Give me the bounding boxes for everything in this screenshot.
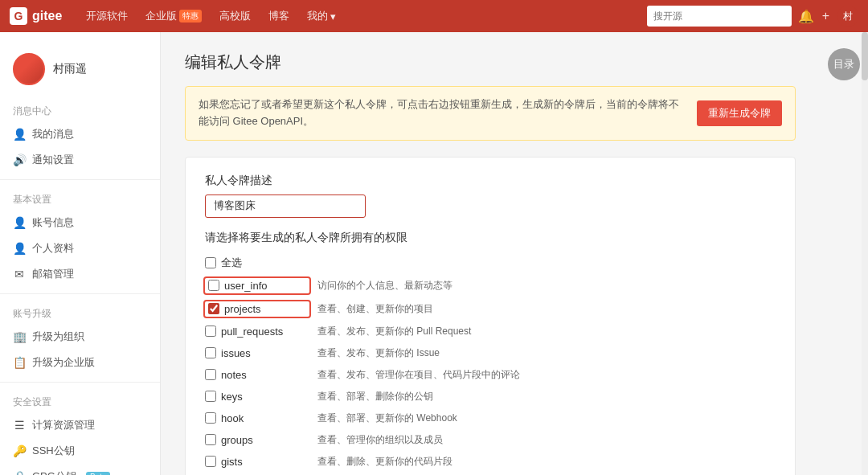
nav-mine[interactable]: 我的 ▾ <box>299 6 344 27</box>
perm-name-projects: projects <box>224 303 261 315</box>
notification-icon[interactable]: 🔔 <box>798 9 814 24</box>
add-icon[interactable]: + <box>822 9 829 23</box>
sidebar-item-upgrade-enterprise[interactable]: 📋 升级为企业版 <box>0 350 160 375</box>
token-desc-label: 私人令牌描述 <box>205 174 776 188</box>
perm-desc-keys: 查看、部署、删除你的公钥 <box>317 390 433 403</box>
perm-desc-hook: 查看、部署、更新你的 Webhook <box>317 412 457 425</box>
toc-button[interactable]: 目录 <box>828 48 860 80</box>
perm-label-issues[interactable]: issues <box>205 347 309 359</box>
sidebar-item-profile[interactable]: 👤 个人资料 <box>0 235 160 261</box>
scrollbar-thumb[interactable] <box>862 32 868 80</box>
nav-opensource[interactable]: 开源软件 <box>78 6 136 27</box>
org-icon: 🏢 <box>13 330 26 343</box>
perm-item-all: 全选 <box>205 253 776 272</box>
perm-name-gists: gists <box>221 456 243 468</box>
scrollbar-track <box>862 32 868 475</box>
regenerate-token-button[interactable]: 重新生成令牌 <box>697 100 782 126</box>
sidebar-item-my-messages[interactable]: 👤 我的消息 <box>0 121 160 147</box>
profile-icon: 👤 <box>13 242 26 255</box>
perm-checkbox-all[interactable] <box>205 257 216 268</box>
perm-label-keys[interactable]: keys <box>205 391 309 403</box>
sidebar-item-gpg[interactable]: 🔒 GPG公钥 Beta <box>0 464 160 475</box>
perm-label-projects[interactable]: projects <box>205 301 309 317</box>
sidebar-user: 村雨遥 <box>0 45 160 98</box>
section-title-upgrade: 账号升级 <box>0 301 160 324</box>
account-icon: 👤 <box>13 216 26 229</box>
perm-item-gists: gists 查看、删除、更新你的代码片段 <box>205 452 776 471</box>
right-panel: 目录 ? ⤢ <box>820 32 868 475</box>
top-nav: G gitee 开源软件 企业版 特惠 高校版 博客 我的 ▾ 🔔 + 村 <box>0 0 868 32</box>
perm-label-pull-requests[interactable]: pull_requests <box>205 326 309 338</box>
perm-label-user-info[interactable]: user_info <box>205 278 309 293</box>
perm-desc-notes: 查看、发布、管理你在项目、代码片段中的评论 <box>317 368 520 382</box>
perm-label-hook[interactable]: hook <box>205 412 309 424</box>
logo[interactable]: G gitee <box>10 7 62 25</box>
perm-checkbox-notes[interactable] <box>205 369 216 380</box>
perm-item-hook: hook 查看、部署、更新你的 Webhook <box>205 409 776 428</box>
perm-label-all[interactable]: 全选 <box>205 256 309 270</box>
perm-name-hook: hook <box>221 412 244 424</box>
sidebar-label-account-info: 账号信息 <box>32 215 74 230</box>
notification-settings-icon: 🔊 <box>13 154 26 166</box>
perm-checkbox-hook[interactable] <box>205 412 216 424</box>
sidebar-item-compute[interactable]: ☰ 计算资源管理 <box>0 412 160 438</box>
sidebar-item-account-info[interactable]: 👤 账号信息 <box>0 210 160 235</box>
perm-checkbox-user-info[interactable] <box>208 280 219 291</box>
sidebar-username: 村雨遥 <box>53 62 87 76</box>
perm-name-user-info: user_info <box>224 280 267 292</box>
token-desc-input[interactable] <box>205 195 366 218</box>
perm-label-groups[interactable]: groups <box>205 434 309 446</box>
perm-label-notes[interactable]: notes <box>205 369 309 381</box>
perm-checkbox-groups[interactable] <box>205 434 216 445</box>
search-box <box>647 6 792 27</box>
perm-name-keys: keys <box>221 391 243 403</box>
perm-desc-user-info: 访问你的个人信息、最新动态等 <box>317 279 452 293</box>
perm-checkbox-issues[interactable] <box>205 347 216 358</box>
ssh-icon: 🔑 <box>13 444 26 457</box>
perm-name-issues: issues <box>221 347 251 359</box>
nav-university[interactable]: 高校版 <box>211 6 259 27</box>
perm-label-gists[interactable]: gists <box>205 456 309 468</box>
compute-icon: ☰ <box>13 419 26 432</box>
section-title-security: 安全设置 <box>0 389 160 412</box>
section-title-message: 消息中心 <box>0 98 160 121</box>
form-card: 私人令牌描述 请选择将要生成的私人令牌所拥有的权限 全选 user_info <box>185 157 796 475</box>
gpg-icon: 🔒 <box>13 470 26 475</box>
sidebar-item-email[interactable]: ✉ 邮箱管理 <box>0 261 160 287</box>
perm-item-issues: issues 查看、发布、更新你的 Issue <box>205 344 776 362</box>
section-title-basic: 基本设置 <box>0 186 160 210</box>
alert-box: 如果您忘记了或者希望更新这个私人令牌，可点击右边按钮重新生成，生成新的令牌后，当… <box>185 86 796 141</box>
user-avatar[interactable]: 村 <box>837 6 858 27</box>
perm-item-groups: groups 查看、管理你的组织以及成员 <box>205 431 776 449</box>
perm-desc-issues: 查看、发布、更新你的 Issue <box>317 346 440 360</box>
perm-checkbox-gists[interactable] <box>205 456 216 467</box>
sidebar-item-ssh[interactable]: 🔑 SSH公钥 <box>0 438 160 464</box>
perm-desc-gists: 查看、删除、更新你的代码片段 <box>317 455 452 469</box>
sidebar-label-compute: 计算资源管理 <box>32 418 95 432</box>
perm-checkbox-keys[interactable] <box>205 391 216 402</box>
perm-item-notes: notes 查看、发布、管理你在项目、代码片段中的评论 <box>205 366 776 384</box>
perm-checkbox-projects[interactable] <box>208 303 219 314</box>
perm-section-title: 请选择将要生成的私人令牌所拥有的权限 <box>205 231 776 245</box>
nav-enterprise[interactable]: 企业版 特惠 <box>137 6 210 27</box>
nav-blog[interactable]: 博客 <box>260 6 297 27</box>
sidebar-label-ssh: SSH公钥 <box>32 444 75 458</box>
sidebar-label-upgrade-org: 升级为组织 <box>32 330 84 344</box>
nav-icons: 🔔 + 村 <box>798 6 858 27</box>
perm-item-pull-requests: pull_requests 查看、发布、更新你的 Pull Request <box>205 322 776 341</box>
search-input[interactable] <box>647 6 792 27</box>
perm-desc-pull-requests: 查看、发布、更新你的 Pull Request <box>317 325 471 338</box>
perm-name-all: 全选 <box>221 256 242 270</box>
sidebar-item-notification-settings[interactable]: 🔊 通知设置 <box>0 147 160 173</box>
perm-desc-groups: 查看、管理你的组织以及成员 <box>317 433 443 447</box>
sidebar-label-email: 邮箱管理 <box>32 267 74 281</box>
page-title: 编辑私人令牌 <box>185 51 796 73</box>
perm-item-projects: projects 查看、创建、更新你的项目 <box>205 299 776 319</box>
sidebar-item-upgrade-org[interactable]: 🏢 升级为组织 <box>0 324 160 350</box>
main-content: 编辑私人令牌 如果您忘记了或者希望更新这个私人令牌，可点击右边按钮重新生成，生成… <box>161 32 820 475</box>
perm-item-keys: keys 查看、部署、删除你的公钥 <box>205 387 776 406</box>
sidebar-label-upgrade-enterprise: 升级为企业版 <box>32 355 95 370</box>
perm-name-groups: groups <box>221 434 253 446</box>
perm-item-user-info: user_info 访问你的个人信息、最新动态等 <box>205 276 776 296</box>
perm-checkbox-pull-requests[interactable] <box>205 326 216 337</box>
